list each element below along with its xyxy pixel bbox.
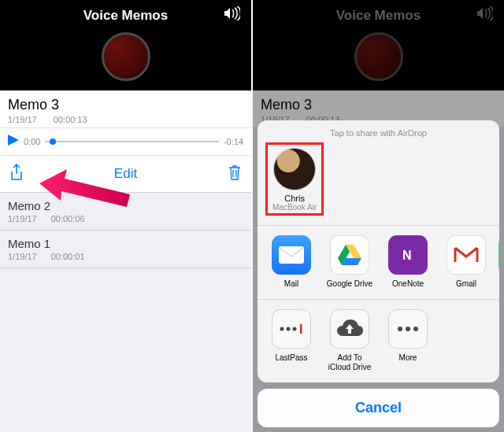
memo-meta: 1/19/17 00:00:13 <box>8 115 243 124</box>
avatar <box>273 148 316 190</box>
playback-bar: 0:00 -0:14 <box>0 128 251 155</box>
svg-rect-0 <box>279 246 304 264</box>
svg-text:N: N <box>402 249 412 262</box>
share-app-mail[interactable]: Mail <box>265 235 317 289</box>
record-button[interactable] <box>102 32 150 81</box>
progress-scrubber[interactable] <box>45 141 219 142</box>
contact-device: MacBook Air <box>272 203 317 212</box>
memo-list-item[interactable]: Memo 2 1/19/1700:00:06 <box>0 193 251 231</box>
lastpass-icon <box>272 309 311 349</box>
svg-point-8 <box>398 327 402 331</box>
share-action-more[interactable]: More <box>382 309 434 371</box>
elapsed-time: 0:00 <box>24 137 40 146</box>
share-sheet: Tap to share with AirDrop Chris MacBook … <box>258 120 499 428</box>
share-icon[interactable] <box>9 164 24 184</box>
right-screenshot: Voice Memos Memo 3 1/19/17 00:00:13 Tap … <box>253 0 504 432</box>
share-apps-row: Mail Google Drive N OneNote <box>258 226 499 301</box>
google-drive-icon <box>330 235 369 275</box>
gmail-icon <box>447 235 486 275</box>
share-app-onenote[interactable]: N OneNote <box>382 235 434 289</box>
share-actions-row: LastPass Add To iCloud Drive More <box>258 300 499 382</box>
app-title: Voice Memos <box>83 8 168 24</box>
play-icon[interactable] <box>8 135 19 149</box>
svg-point-6 <box>293 327 297 331</box>
onenote-icon: N <box>388 235 428 275</box>
airdrop-section: Tap to share with AirDrop Chris MacBook … <box>258 120 499 226</box>
memo-title: Memo 3 <box>8 97 243 113</box>
speaker-icon[interactable] <box>223 6 240 24</box>
share-action-lastpass[interactable]: LastPass <box>265 309 317 371</box>
airdrop-hint: Tap to share with AirDrop <box>265 128 491 138</box>
share-app-more-peek[interactable] <box>498 235 499 289</box>
svg-point-9 <box>406 327 410 331</box>
share-app-google-drive[interactable]: Google Drive <box>324 235 376 289</box>
svg-rect-7 <box>300 324 302 334</box>
svg-point-4 <box>280 327 284 331</box>
selected-memo[interactable]: Memo 3 1/19/17 00:00:13 0:00 -0:14 Edit <box>0 90 251 193</box>
svg-point-5 <box>287 327 291 331</box>
memo-list-item[interactable]: Memo 1 1/19/1700:00:01 <box>0 231 251 268</box>
icloud-upload-icon <box>330 309 369 349</box>
mail-icon <box>272 235 311 275</box>
more-icon <box>388 309 428 349</box>
left-screenshot: Voice Memos Memo 3 1/19/17 00:00:13 0:00 <box>0 0 251 432</box>
cancel-button[interactable]: Cancel <box>258 389 499 427</box>
app-header: Voice Memos <box>0 0 251 90</box>
airdrop-contact[interactable]: Chris MacBook Air <box>265 142 324 216</box>
contact-name: Chris <box>284 194 305 203</box>
app-peek-icon <box>498 235 499 275</box>
share-action-icloud-drive[interactable]: Add To iCloud Drive <box>324 309 376 371</box>
trash-icon[interactable] <box>228 164 242 184</box>
share-app-gmail[interactable]: Gmail <box>440 235 492 289</box>
remaining-time: -0:14 <box>224 137 243 146</box>
svg-point-10 <box>413 327 418 331</box>
edit-button[interactable]: Edit <box>114 166 137 182</box>
